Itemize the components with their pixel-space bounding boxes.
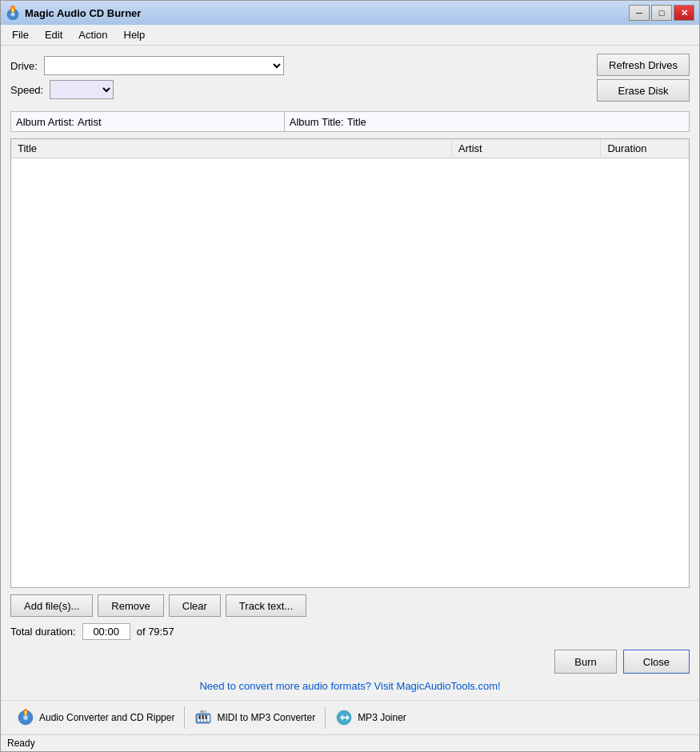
- album-title-value: Title: [347, 116, 366, 128]
- maximize-button[interactable]: □: [651, 5, 672, 21]
- tool-midi-label: MIDI to MP3 Converter: [217, 712, 315, 723]
- action-row: Burn Close: [10, 646, 690, 674]
- svg-rect-15: [207, 715, 210, 722]
- svg-text:MIDI: MIDI: [201, 710, 206, 714]
- track-button-row: Add file(s)... Remove Clear Track text..…: [10, 594, 690, 617]
- duration-row: Total duration: 00:00 of 79:57: [10, 623, 690, 640]
- main-content: Drive: Speed: Max 4x 8x 16x 32x 48x: [1, 46, 699, 700]
- add-files-button[interactable]: Add file(s)...: [10, 594, 93, 617]
- menu-action[interactable]: Action: [70, 26, 115, 43]
- svg-point-10: [25, 710, 27, 715]
- max-duration: of 79:57: [137, 626, 174, 638]
- speed-field-row: Speed: Max 4x 8x 16x 32x 48x: [10, 80, 284, 99]
- promo-link[interactable]: Need to convert more audio formats? Visi…: [10, 680, 690, 692]
- drive-row: Drive: Speed: Max 4x 8x 16x 32x 48x: [10, 54, 690, 102]
- total-duration-label: Total duration:: [10, 626, 76, 638]
- drive-action-buttons: Refresh Drives Erase Disk: [597, 54, 690, 102]
- main-window: Magic Audio CD Burner ─ □ ✕ File Edit Ac…: [0, 0, 700, 752]
- converter-icon: [17, 709, 34, 726]
- tool-converter[interactable]: Audio Converter and CD Ripper: [7, 706, 184, 730]
- title-bar-buttons: ─ □ ✕: [629, 5, 694, 21]
- track-table-header: Title Artist Duration: [11, 139, 689, 158]
- joiner-icon: [335, 709, 353, 726]
- svg-point-8: [25, 717, 26, 718]
- col-header-duration: Duration: [601, 139, 689, 158]
- svg-rect-17: [202, 715, 204, 719]
- current-duration: 00:00: [82, 623, 130, 640]
- title-bar-left: Magic Audio CD Burner: [6, 6, 141, 20]
- burn-button[interactable]: Burn: [554, 650, 616, 674]
- menu-bar: File Edit Action Help: [1, 25, 699, 46]
- album-row: Album Artist: Artist Album Title: Title: [10, 111, 690, 132]
- album-title-label: Album Title:: [290, 116, 344, 128]
- tool-converter-label: Audio Converter and CD Ripper: [39, 712, 174, 723]
- col-header-title: Title: [11, 139, 452, 158]
- status-bar: Ready: [1, 734, 699, 751]
- track-table-container: Title Artist Duration: [10, 138, 690, 588]
- speed-select[interactable]: Max 4x 8x 16x 32x 48x: [50, 80, 114, 99]
- menu-file[interactable]: File: [4, 26, 37, 43]
- speed-label: Speed:: [10, 84, 43, 96]
- svg-point-5: [12, 9, 14, 13]
- track-table-header-row: Title Artist Duration: [11, 139, 689, 158]
- track-text-button[interactable]: Track text...: [226, 594, 306, 617]
- album-artist-section: Album Artist: Artist: [10, 111, 285, 132]
- close-window-button[interactable]: ✕: [674, 5, 694, 21]
- erase-disk-button[interactable]: Erase Disk: [597, 79, 690, 102]
- svg-point-2: [12, 14, 14, 15]
- window-title: Magic Audio CD Burner: [25, 7, 141, 19]
- svg-rect-18: [206, 715, 207, 719]
- refresh-drives-button[interactable]: Refresh Drives: [597, 54, 690, 76]
- title-bar: Magic Audio CD Burner ─ □ ✕: [1, 1, 699, 25]
- album-artist-label: Album Artist:: [16, 116, 74, 128]
- album-artist-value: Artist: [78, 116, 102, 128]
- tool-midi[interactable]: MIDI MIDI to MP3 Converter: [185, 706, 325, 730]
- album-title-section: Album Title: Title: [285, 111, 690, 132]
- status-text: Ready: [7, 738, 35, 749]
- drive-field-row: Drive:: [10, 56, 284, 75]
- tool-joiner-label: MP3 Joiner: [358, 712, 406, 723]
- bottom-tools: Audio Converter and CD Ripper MIDI MIDI …: [1, 700, 699, 734]
- close-button[interactable]: Close: [623, 650, 690, 674]
- clear-button[interactable]: Clear: [169, 594, 221, 617]
- menu-edit[interactable]: Edit: [37, 26, 70, 43]
- app-icon: [6, 6, 20, 20]
- midi-icon: MIDI: [194, 709, 212, 726]
- col-header-artist: Artist: [452, 139, 601, 158]
- track-table: Title Artist Duration: [11, 139, 689, 158]
- drive-select[interactable]: [44, 56, 284, 75]
- menu-help[interactable]: Help: [116, 26, 154, 43]
- minimize-button[interactable]: ─: [629, 5, 650, 21]
- drive-label: Drive:: [10, 60, 38, 72]
- remove-button[interactable]: Remove: [98, 594, 163, 617]
- svg-rect-16: [199, 715, 201, 719]
- drive-speed-fields: Drive: Speed: Max 4x 8x 16x 32x 48x: [10, 56, 284, 99]
- tool-joiner[interactable]: MP3 Joiner: [326, 706, 416, 730]
